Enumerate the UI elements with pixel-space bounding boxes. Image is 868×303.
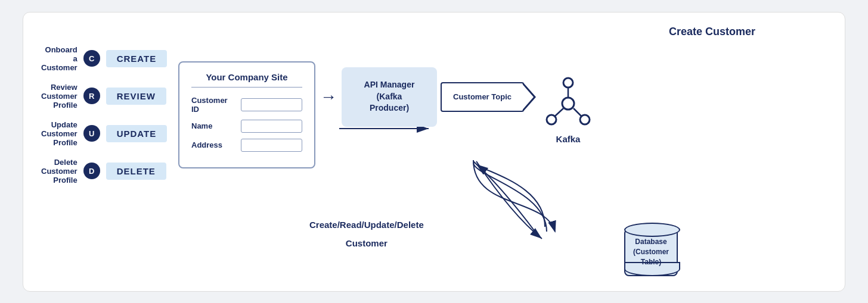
form-to-api-arrow: → [320, 88, 337, 107]
crud-circle-u: U [83, 125, 100, 142]
svg-point-7 [580, 115, 590, 124]
crud-badge-update: UPDATE [106, 125, 168, 142]
svg-line-8 [574, 108, 581, 116]
form-field-customer-id: Customer ID [191, 96, 302, 114]
crud-description: Create/Read/Update/Delete Customer [309, 218, 424, 255]
crud-badge-review: REVIEW [106, 88, 166, 105]
top-section: Onboard a Customer C CREATE Review Custo… [41, 45, 592, 185]
crud-item-delete: Delete Customer Profile D DELETE [41, 158, 160, 185]
kafka-wrapper: Create Customer Kafka [544, 73, 592, 144]
diagram-container: Create Customer Onboard a Customer C CRE… [23, 12, 845, 292]
customer-topic-wrapper: Customer Topic [441, 82, 524, 112]
form-field-address: Address [191, 139, 302, 152]
crud-badge-create: CREATE [106, 50, 168, 67]
company-site-title: Your Company Site [191, 72, 302, 88]
crud-item-label-review: Review Customer Profile [41, 83, 78, 110]
svg-point-3 [563, 78, 573, 88]
field-label-address: Address [191, 140, 236, 149]
svg-point-5 [547, 115, 556, 124]
field-label-name: Name [191, 121, 236, 130]
crud-item-label-update: Update Customer Profile [41, 120, 78, 147]
crud-badge-delete: DELETE [106, 163, 166, 180]
api-manager-box: API Manager (Kafka Producer) [342, 67, 437, 127]
crud-item-update: Update Customer Profile U UPDATE [41, 120, 160, 147]
create-customer-title: Create Customer [669, 26, 755, 38]
crud-item-label-create: Onboard a Customer [41, 45, 78, 72]
crud-circle-d: D [83, 163, 100, 179]
crud-list: Onboard a Customer C CREATE Review Custo… [41, 45, 160, 185]
field-input-customer-id[interactable] [241, 98, 302, 111]
kafka-label: Kafka [556, 134, 581, 144]
company-site-wrapper: Your Company Site Customer ID Name Addre… [178, 61, 315, 168]
crud-text-line2: Customer [309, 237, 424, 249]
svg-point-2 [562, 98, 574, 110]
crud-circle-c: C [83, 50, 100, 67]
crud-text-line1: Create/Read/Update/Delete [309, 218, 424, 231]
customer-topic-label: Customer Topic [453, 92, 512, 101]
crud-item-create: Onboard a Customer C CREATE [41, 45, 160, 72]
customer-topic-arrow-shape: Customer Topic [441, 82, 524, 112]
api-manager-text: API Manager (Kafka Producer) [356, 79, 423, 114]
crud-item-review: Review Customer Profile R REVIEW [41, 83, 160, 110]
database-wrapper: Database (Customer Table) [624, 229, 678, 276]
company-site-box: Your Company Site Customer ID Name Addre… [178, 61, 315, 168]
kafka-icon [544, 77, 592, 130]
crud-item-label-delete: Delete Customer Profile [41, 158, 78, 185]
field-input-address[interactable] [241, 139, 302, 152]
database-cylinder: Database (Customer Table) [624, 229, 678, 276]
field-label-customer-id: Customer ID [191, 96, 236, 114]
field-input-name[interactable] [241, 120, 302, 133]
svg-line-6 [555, 108, 563, 116]
database-text: Database (Customer Table) [633, 237, 669, 267]
crud-circle-r: R [83, 88, 100, 104]
form-field-name: Name [191, 120, 302, 133]
